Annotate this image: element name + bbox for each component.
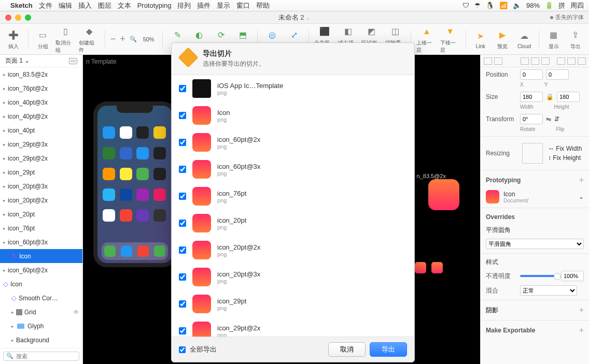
export-item[interactable]: icon_20pt@3xpng: [172, 264, 414, 290]
artboard-icon-large[interactable]: [428, 179, 459, 210]
volume-icon[interactable]: 🔈: [513, 2, 521, 9]
sidebar-item[interactable]: ▸icon_40pt@3x: [0, 95, 82, 109]
menu-file[interactable]: 文件: [39, 1, 52, 10]
export-item-checkbox[interactable]: [179, 112, 186, 119]
menu-arrange[interactable]: 排列: [177, 1, 191, 10]
magnify-icon[interactable]: 🔍: [130, 36, 137, 42]
sidebar-item[interactable]: ▸Grid👁: [0, 305, 82, 319]
sidebar-item[interactable]: ▸icon_29pt: [0, 165, 82, 179]
group-button[interactable]: ▭分组: [34, 28, 52, 50]
align-tabs[interactable]: [481, 55, 589, 67]
menu-view[interactable]: 显示: [217, 1, 230, 10]
sidebar-item[interactable]: ▸icon_40pt: [0, 123, 82, 137]
ungroup-button[interactable]: ▯取消分组: [55, 25, 76, 54]
cancel-button[interactable]: 取消: [328, 342, 366, 357]
sidebar-item[interactable]: ▸icon_40pt@2x: [0, 109, 82, 123]
zoom-window-button[interactable]: [25, 14, 31, 21]
sidebar-item[interactable]: ▸icon_20pt@3x: [0, 179, 82, 193]
lock-icon[interactable]: 🔒: [546, 93, 554, 100]
cloud-button[interactable]: ☁Cloud: [515, 29, 534, 49]
create-symbol-button[interactable]: ◆创建组件: [79, 25, 99, 54]
menu-text[interactable]: 文本: [118, 1, 131, 10]
sidebar-item[interactable]: ▸Glyph: [0, 319, 82, 333]
backward-button[interactable]: ▼下移一层: [440, 25, 460, 54]
penguin-icon[interactable]: 🐧: [486, 2, 494, 9]
rotate-input[interactable]: [520, 114, 543, 124]
sidebar-item[interactable]: ▸icon_20pt: [0, 207, 82, 221]
sidebar-item[interactable]: ▸icon_76pt@2x: [0, 81, 82, 95]
clock[interactable]: 周四: [570, 1, 584, 10]
show-button[interactable]: ▦显示: [544, 28, 563, 50]
resizing-control[interactable]: [522, 143, 543, 164]
pos-y-input[interactable]: [546, 69, 569, 80]
umbrella-icon[interactable]: ☂: [474, 2, 481, 9]
sidebar-item[interactable]: ▸icon_83.5@2x: [0, 67, 82, 81]
export-item[interactable]: icon_29pt@2xpng: [172, 317, 414, 337]
wifi-icon[interactable]: 📶: [499, 2, 508, 9]
export-item[interactable]: icon_60pt@2xpng: [172, 129, 414, 156]
menu-insert[interactable]: 插入: [78, 1, 92, 10]
prototype-item[interactable]: IconDocument/ ⌄: [481, 188, 589, 206]
export-item-checkbox[interactable]: [179, 273, 186, 281]
export-item[interactable]: Iconpng: [172, 102, 414, 129]
sidebar-item[interactable]: ▸icon_60pt@3x: [0, 235, 82, 249]
minimize-window-button[interactable]: [15, 14, 21, 21]
sidebar-item[interactable]: ▸Background: [0, 333, 82, 347]
flip-h-icon[interactable]: ⇋: [546, 115, 551, 123]
add-export-button[interactable]: +: [579, 326, 584, 335]
export-item[interactable]: icon_76ptpng: [172, 183, 414, 210]
forward-button[interactable]: ▲上移一层: [416, 25, 437, 54]
height-input[interactable]: [557, 92, 580, 102]
export-item-checkbox[interactable]: [179, 166, 186, 173]
export-button[interactable]: ⇪导出: [566, 28, 585, 50]
export-all-checkbox[interactable]: [179, 346, 186, 353]
chevron-down-icon[interactable]: ⌄: [579, 193, 584, 200]
layer-search-input[interactable]: [3, 352, 79, 361]
zoom-in-button[interactable]: +: [120, 34, 125, 45]
opacity-input[interactable]: [561, 271, 584, 281]
export-item-checkbox[interactable]: [179, 327, 186, 334]
menu-layer[interactable]: 图层: [98, 1, 111, 10]
flip-v-icon[interactable]: ⇵: [554, 115, 559, 123]
shield-icon[interactable]: 🛡: [462, 2, 469, 9]
menu-edit[interactable]: 编辑: [59, 1, 72, 10]
artboard-icon-small[interactable]: [431, 262, 443, 273]
link-button[interactable]: ➤Link: [471, 29, 490, 49]
export-item-checkbox[interactable]: [179, 246, 186, 254]
fix-width-toggle[interactable]: ↔ Fix Width: [548, 145, 582, 152]
visibility-icon[interactable]: 👁: [73, 309, 79, 316]
export-item[interactable]: icon_20ptpng: [172, 210, 414, 237]
add-shadow-button[interactable]: +: [579, 305, 584, 315]
fix-height-toggle[interactable]: ↕ Fix Height: [548, 154, 582, 162]
export-item-checkbox[interactable]: [179, 300, 186, 308]
sidebar-item[interactable]: ▸icon_29pt@2x: [0, 151, 82, 165]
add-prototype-button[interactable]: +: [579, 176, 584, 185]
blend-select[interactable]: 正常: [520, 285, 577, 296]
export-item-checkbox[interactable]: [179, 85, 186, 92]
battery-icon[interactable]: 🔋: [545, 2, 553, 9]
menu-prototyping[interactable]: Prototyping: [137, 2, 172, 9]
export-confirm-button[interactable]: 导出: [370, 342, 407, 357]
menu-window[interactable]: 窗口: [236, 1, 250, 10]
menu-plugins[interactable]: 插件: [197, 1, 211, 10]
document-title[interactable]: 未命名 2⌄: [278, 13, 311, 22]
preview-button[interactable]: ▶预览: [493, 28, 512, 50]
missing-fonts-indicator[interactable]: 丢失的字体: [550, 13, 584, 21]
export-item[interactable]: iOS App Ic…Templatepng: [172, 75, 414, 102]
pos-x-input[interactable]: [520, 69, 543, 80]
export-item-checkbox[interactable]: [179, 139, 186, 146]
width-input[interactable]: [520, 92, 543, 102]
opacity-slider[interactable]: [520, 275, 558, 277]
sidebar-item[interactable]: ◇Icon: [0, 277, 82, 291]
smooth-corners-select[interactable]: 平滑圆角: [486, 239, 584, 249]
sidebar-item[interactable]: ▸icon_29pt@3x: [0, 137, 82, 151]
insert-button[interactable]: ➕插入: [4, 28, 23, 50]
pages-menu-icon[interactable]: [69, 58, 77, 64]
sidebar-item[interactable]: ▸icon_76pt: [0, 221, 82, 235]
sidebar-item[interactable]: ▸icon_60pt@2x: [0, 263, 82, 277]
export-item[interactable]: icon_29ptpng: [172, 290, 414, 317]
artboard-icon-small[interactable]: [415, 262, 426, 273]
pages-dropdown[interactable]: 页面 1 ⌄: [0, 55, 82, 67]
close-window-button[interactable]: [5, 14, 11, 21]
export-item[interactable]: icon_20pt@2xpng: [172, 237, 414, 264]
